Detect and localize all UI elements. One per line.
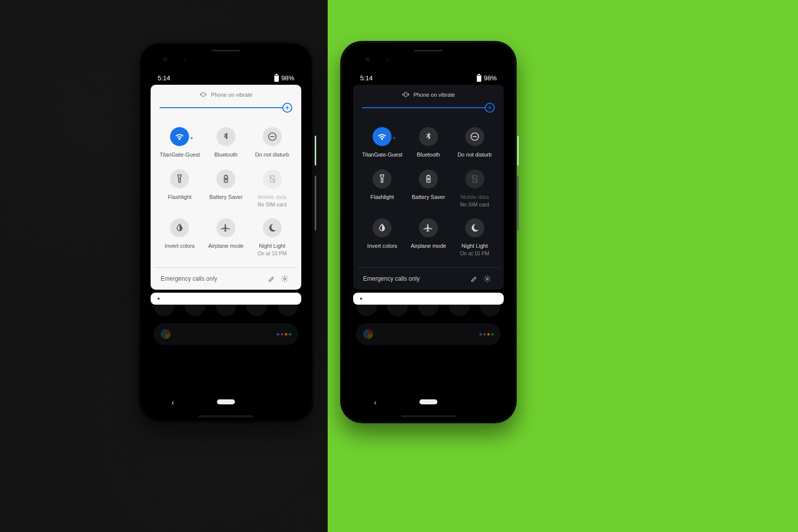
status-time: 5:14 — [360, 74, 373, 82]
tile-label: Flashlight — [168, 193, 192, 201]
brightness-icon[interactable] — [485, 103, 495, 113]
tile-label: TitanGate-Guest — [160, 151, 200, 159]
nav-bar: ‹ — [147, 392, 305, 412]
wifi-icon — [373, 127, 392, 146]
ringer-label: Phone on vibrate — [211, 92, 252, 98]
quick-settings-panel: Phone on vibrate ▾ TitanGate-Guest Bluet… — [353, 85, 504, 290]
qs-tile-bluetooth[interactable]: Bluetooth — [406, 127, 451, 159]
tile-label: Airplane mode — [411, 242, 446, 250]
qs-tile-wifi[interactable]: ▾ TitanGate-Guest — [158, 127, 202, 159]
tile-label: Mobile data — [460, 193, 489, 201]
front-camera — [163, 57, 168, 62]
settings-button[interactable] — [278, 275, 291, 283]
brightness-icon[interactable] — [282, 103, 292, 113]
ringer-status[interactable]: Phone on vibrate — [353, 85, 504, 101]
tile-label: Battery Saver — [209, 193, 243, 201]
brightness-track — [362, 107, 495, 108]
qs-tile-grid: ▾ TitanGate-Guest Bluetooth Do not distu… — [353, 117, 504, 267]
home-pill[interactable] — [419, 399, 437, 404]
settings-button[interactable] — [481, 275, 494, 283]
qs-tile-wifi[interactable]: ▾ TitanGate-Guest — [360, 127, 404, 159]
bluetooth-icon — [419, 127, 438, 146]
qs-tile-mobile-data[interactable]: Mobile data No SIM card — [452, 170, 497, 207]
battery-icon — [274, 75, 279, 82]
qs-tile-airplane[interactable]: Airplane mode — [406, 218, 451, 256]
wifi-icon — [170, 127, 189, 146]
tile-label: Bluetooth — [417, 151, 440, 159]
tile-label: TitanGate-Guest — [362, 151, 402, 159]
volume-rocker[interactable] — [315, 176, 316, 230]
brightness-slider[interactable] — [362, 101, 495, 114]
qs-tile-airplane[interactable]: Airplane mode — [204, 218, 248, 256]
notification-dot-icon — [158, 298, 160, 300]
status-bar: 5:14 98% — [349, 72, 508, 83]
power-button[interactable] — [315, 136, 316, 166]
tile-label: Night Light — [257, 242, 287, 250]
tile-sublabel: No SIM card — [257, 201, 286, 207]
quick-settings-panel: Phone on vibrate ▾ TitanGate-Guest Bluet… — [151, 85, 301, 290]
tile-label: Invert colors — [367, 242, 397, 250]
qs-tile-dnd[interactable]: Do not disturb — [250, 127, 294, 159]
front-camera — [365, 57, 370, 62]
back-button[interactable]: ‹ — [172, 398, 174, 406]
vibrate-icon — [402, 91, 409, 98]
status-bar: 5:14 98% — [147, 72, 305, 83]
battery-icon — [477, 75, 481, 82]
qs-tile-batt-saver[interactable]: Battery Saver — [204, 170, 248, 207]
battsaver-icon — [216, 170, 235, 188]
proximity-sensor — [386, 58, 389, 61]
brightness-slider[interactable] — [160, 101, 292, 114]
qs-tile-flashlight[interactable]: Flashlight — [360, 170, 404, 207]
phone-dark: 5:14 98% Phone on vibrate ▾ — [340, 41, 517, 423]
qs-tile-mobile-data[interactable]: Mobile data No SIM card — [250, 170, 294, 207]
dnd-icon — [465, 127, 484, 146]
qs-tile-flashlight[interactable]: Flashlight — [158, 170, 202, 207]
back-button[interactable]: ‹ — [374, 398, 377, 406]
qs-tile-grid: ▾ TitanGate-Guest Bluetooth Do not distu… — [151, 117, 301, 267]
tile-label: Night Light — [460, 242, 489, 250]
bottom-speaker — [199, 415, 253, 417]
invert-icon — [373, 218, 392, 237]
battery-pct: 98% — [281, 74, 294, 82]
tile-label: Do not disturb — [457, 151, 491, 159]
moon-icon — [263, 218, 282, 237]
notification-card[interactable] — [353, 293, 504, 305]
battery-pct: 98% — [484, 74, 497, 82]
background-right: 5:14 98% Phone on vibrate ▾ — [328, 0, 798, 532]
notification-card[interactable] — [151, 293, 301, 305]
qs-tile-invert[interactable]: Invert colors — [360, 218, 404, 256]
tile-sublabel: No SIM card — [460, 201, 489, 207]
power-button[interactable] — [517, 136, 519, 166]
bluetooth-icon — [216, 127, 235, 146]
background-left: 5:14 98% Phone on vibrate ▾ — [0, 0, 328, 532]
flashlight-icon — [170, 170, 189, 188]
qs-tile-dnd[interactable]: Do not disturb — [452, 127, 497, 159]
tile-label: Invert colors — [165, 242, 195, 250]
home-pill[interactable] — [217, 399, 235, 404]
flashlight-icon — [373, 170, 392, 188]
chevron-down-icon: ▾ — [393, 136, 396, 141]
tile-label: Airplane mode — [208, 242, 244, 250]
earpiece — [414, 50, 443, 51]
airplane-icon — [216, 218, 235, 237]
qs-tile-bluetooth[interactable]: Bluetooth — [204, 127, 248, 159]
brightness-track — [160, 107, 292, 108]
tile-label: Bluetooth — [214, 151, 237, 159]
edit-button[interactable] — [468, 275, 481, 283]
edit-button[interactable] — [265, 275, 278, 283]
nav-bar: ‹ — [349, 392, 508, 412]
proximity-sensor — [184, 58, 186, 61]
ringer-label: Phone on vibrate — [413, 92, 455, 98]
volume-rocker[interactable] — [517, 176, 519, 230]
ringer-status[interactable]: Phone on vibrate — [151, 85, 301, 101]
tile-label: Do not disturb — [255, 151, 289, 159]
bottom-speaker — [401, 415, 456, 417]
invert-icon — [170, 218, 189, 237]
qs-tile-night-light[interactable]: Night Light On at 10 PM — [250, 218, 294, 256]
qs-tile-batt-saver[interactable]: Battery Saver — [406, 170, 451, 207]
qs-tile-night-light[interactable]: Night Light On at 10 PM — [452, 218, 497, 256]
airplane-icon — [419, 218, 438, 237]
network-status: Emergency calls only — [363, 275, 419, 282]
tile-label: Flashlight — [371, 193, 394, 201]
qs-tile-invert[interactable]: Invert colors — [158, 218, 202, 256]
